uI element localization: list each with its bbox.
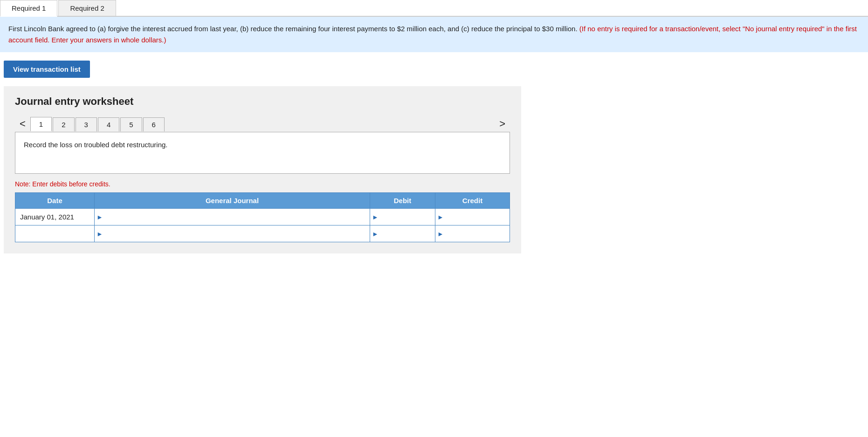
next-tab-arrow[interactable]: > <box>495 116 510 132</box>
arrow-indicator-debit-2: ► <box>372 230 379 238</box>
worksheet-tab-1[interactable]: 1 <box>30 117 52 131</box>
tab-required2[interactable]: Required 2 <box>58 0 116 16</box>
worksheet-description: Record the loss on troubled debt restruc… <box>15 132 510 174</box>
table-row: January 01, 2021 ► ► ► <box>15 209 510 225</box>
debit-cell-1[interactable]: ► <box>370 209 435 225</box>
worksheet-tab-6[interactable]: 6 <box>143 117 165 131</box>
table-header-general-journal: General Journal <box>95 193 370 209</box>
general-journal-input-2[interactable] <box>105 230 368 238</box>
info-text-black: First Lincoln Bank agreed to (a) forgive… <box>8 25 578 33</box>
debits-before-credits-note: Note: Enter debits before credits. <box>15 180 510 188</box>
date-value-1: January 01, 2021 <box>20 213 74 221</box>
worksheet-tab-numbers: 1 2 3 4 5 6 <box>30 117 165 131</box>
worksheet-tab-3[interactable]: 3 <box>76 117 97 131</box>
worksheet-tab-4[interactable]: 4 <box>98 117 119 131</box>
journal-entry-worksheet: Journal entry worksheet < 1 2 3 4 5 6 > … <box>4 86 521 253</box>
table-header-date: Date <box>15 193 95 209</box>
date-cell-1: January 01, 2021 <box>15 209 95 225</box>
prev-tab-arrow[interactable]: < <box>15 116 30 132</box>
credit-input-2[interactable] <box>446 230 508 238</box>
main-tabs: Required 1 Required 2 <box>0 0 868 17</box>
general-journal-input-1[interactable] <box>105 213 368 221</box>
table-header-debit: Debit <box>370 193 435 209</box>
worksheet-tab-5[interactable]: 5 <box>120 117 142 131</box>
credit-cell-2[interactable]: ► <box>435 225 510 242</box>
credit-input-1[interactable] <box>446 213 508 221</box>
arrow-indicator-debit-1: ► <box>372 213 379 221</box>
table-header-credit: Credit <box>435 193 510 209</box>
worksheet-tab-2[interactable]: 2 <box>53 117 74 131</box>
worksheet-tabs-nav: < 1 2 3 4 5 6 > <box>15 116 510 132</box>
description-text: Record the loss on troubled debt restruc… <box>24 141 168 149</box>
credit-cell-1[interactable]: ► <box>435 209 510 225</box>
debit-cell-2[interactable]: ► <box>370 225 435 242</box>
arrow-indicator-journal-2: ► <box>96 230 103 238</box>
journal-table: Date General Journal Debit Credit Januar… <box>15 192 510 242</box>
view-transaction-button[interactable]: View transaction list <box>4 61 90 78</box>
arrow-indicator-journal-1: ► <box>96 213 103 221</box>
date-cell-2 <box>15 225 95 242</box>
table-row: ► ► ► <box>15 225 510 242</box>
info-box: First Lincoln Bank agreed to (a) forgive… <box>0 17 868 52</box>
debit-input-1[interactable] <box>380 213 433 221</box>
general-journal-cell-2[interactable]: ► <box>95 225 370 242</box>
debit-input-2[interactable] <box>380 230 433 238</box>
worksheet-title: Journal entry worksheet <box>15 96 510 108</box>
general-journal-cell-1[interactable]: ► <box>95 209 370 225</box>
arrow-indicator-credit-1: ► <box>437 213 444 221</box>
tab-required1[interactable]: Required 1 <box>0 0 57 17</box>
arrow-indicator-credit-2: ► <box>437 230 444 238</box>
